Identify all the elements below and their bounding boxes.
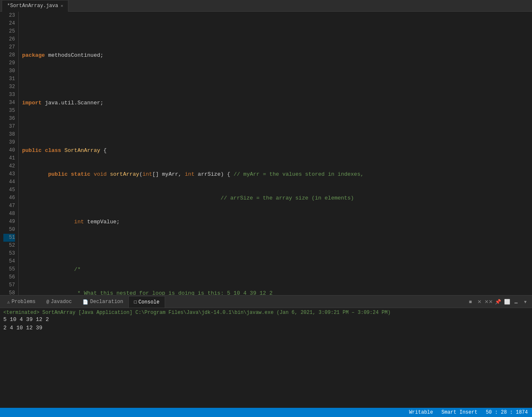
- line-num-31: 31: [3, 75, 15, 83]
- tab-declaration-label: Declaration: [90, 299, 123, 305]
- line-num-29: 29: [3, 59, 15, 67]
- pin-button[interactable]: 📌: [494, 298, 502, 306]
- code-line-24: package methodsContinued;: [22, 51, 529, 59]
- editor-container: *SortAnArray.java ✕ 23 24 25 26 27 28 29…: [0, 0, 532, 295]
- console-output-1: 5 10 4 39 12 2: [3, 316, 529, 324]
- editor-tab[interactable]: *SortAnArray.java ✕: [2, 0, 68, 12]
- maximize-button[interactable]: ⬜: [503, 298, 511, 306]
- code-line-28: public class SortAnArray {: [22, 147, 529, 154]
- code-line-30: // arrSize = the array size (in elements…: [22, 194, 529, 202]
- line-num-34: 34: [3, 99, 15, 107]
- code-line-26: import java.util.Scanner;: [22, 99, 529, 107]
- line-num-38: 38: [3, 131, 15, 139]
- panel-actions: ■ ✕ ✕✕ 📌 ⬜ 🗕 ▾: [466, 298, 532, 306]
- line-num-28: 28: [3, 51, 15, 59]
- line-num-37: 37: [3, 123, 15, 131]
- line-num-48: 48: [3, 210, 15, 218]
- line-num-58: 58: [3, 289, 15, 295]
- declaration-icon: 📄: [83, 299, 88, 305]
- line-num-50: 50: [3, 226, 15, 234]
- line-num-57: 57: [3, 281, 15, 289]
- tab-label: *SortAnArray.java: [7, 3, 58, 9]
- tab-declaration[interactable]: 📄 Declaration: [77, 296, 128, 308]
- line-num-23: 23: [3, 12, 15, 20]
- line-num-26: 26: [3, 35, 15, 43]
- code-area[interactable]: 23 24 25 26 27 28 29 30 31 32 33 34 35 3…: [0, 12, 532, 295]
- status-section: Writable Smart Insert 50 : 28 : 1874: [409, 409, 528, 415]
- code-content[interactable]: package methodsContinued; import java.ut…: [19, 12, 532, 295]
- panel-tabs: ⚠ Problems @ Javadoc 📄 Declaration □ Con…: [2, 296, 165, 308]
- line-num-36: 36: [3, 115, 15, 123]
- line-num-47: 47: [3, 202, 15, 210]
- problems-icon: ⚠: [7, 299, 10, 305]
- line-num-25: 25: [3, 28, 15, 35]
- line-num-40: 40: [3, 147, 15, 154]
- tab-console-label: Console: [138, 299, 159, 305]
- code-line-27: [22, 123, 529, 131]
- line-num-44: 44: [3, 178, 15, 186]
- status-bar: Writable Smart Insert 50 : 28 : 1874: [0, 408, 532, 417]
- status-smart-insert: Smart Insert: [442, 409, 477, 415]
- panel-tab-bar: ⚠ Problems @ Javadoc 📄 Declaration □ Con…: [0, 296, 532, 308]
- stop-button[interactable]: ■: [466, 298, 474, 306]
- line-num-32: 32: [3, 83, 15, 91]
- status-writable: Writable: [409, 409, 433, 415]
- tab-problems[interactable]: ⚠ Problems: [2, 296, 41, 308]
- code-line-25: [22, 75, 529, 83]
- line-num-42: 42: [3, 162, 15, 170]
- tab-javadoc-label: Javadoc: [51, 299, 72, 305]
- remove-all-button[interactable]: ✕✕: [484, 298, 493, 306]
- view-menu-button[interactable]: ▾: [521, 298, 529, 306]
- code-line-23: [22, 28, 529, 35]
- tab-javadoc[interactable]: @ Javadoc: [41, 296, 77, 308]
- line-num-46: 46: [3, 194, 15, 202]
- line-num-51: 51: [3, 234, 15, 242]
- tab-console[interactable]: □ Console: [128, 296, 165, 308]
- javadoc-icon: @: [46, 299, 49, 304]
- line-num-27: 27: [3, 43, 15, 51]
- line-num-45: 45: [3, 186, 15, 194]
- status-position: 50 : 28 : 1874: [486, 409, 528, 415]
- code-line-34: * What this nested for loop is doing is …: [22, 289, 529, 295]
- line-numbers: 23 24 25 26 27 28 29 30 31 32 33 34 35 3…: [0, 12, 19, 295]
- code-line-32: [22, 242, 529, 250]
- tab-close-icon[interactable]: ✕: [60, 3, 63, 8]
- line-num-30: 30: [3, 67, 15, 75]
- line-num-56: 56: [3, 273, 15, 281]
- code-line-31: int tempValue;: [22, 218, 529, 226]
- line-num-43: 43: [3, 170, 15, 178]
- line-num-54: 54: [3, 258, 15, 265]
- console-output-2: 2 4 10 12 39: [3, 324, 529, 332]
- console-icon: □: [134, 300, 137, 305]
- line-num-53: 53: [3, 250, 15, 258]
- line-num-33: 33: [3, 91, 15, 99]
- line-num-49: 49: [3, 218, 15, 226]
- bottom-panel: ⚠ Problems @ Javadoc 📄 Declaration □ Con…: [0, 295, 532, 408]
- tab-bar: *SortAnArray.java ✕: [0, 0, 532, 12]
- line-num-55: 55: [3, 265, 15, 273]
- line-num-52: 52: [3, 242, 15, 250]
- line-num-41: 41: [3, 154, 15, 162]
- code-line-33: /*: [22, 265, 529, 273]
- line-num-39: 39: [3, 139, 15, 147]
- close-panel-button[interactable]: ✕: [475, 298, 484, 306]
- line-num-24: 24: [3, 20, 15, 28]
- console-header: <terminated> SortAnArray [Java Applicati…: [3, 310, 529, 316]
- code-line-29: public static void sortArray(int[] myArr…: [22, 170, 529, 178]
- console-content: <terminated> SortAnArray [Java Applicati…: [0, 308, 532, 408]
- line-num-35: 35: [3, 107, 15, 115]
- tab-problems-label: Problems: [12, 299, 36, 305]
- minimize-button[interactable]: 🗕: [512, 298, 520, 306]
